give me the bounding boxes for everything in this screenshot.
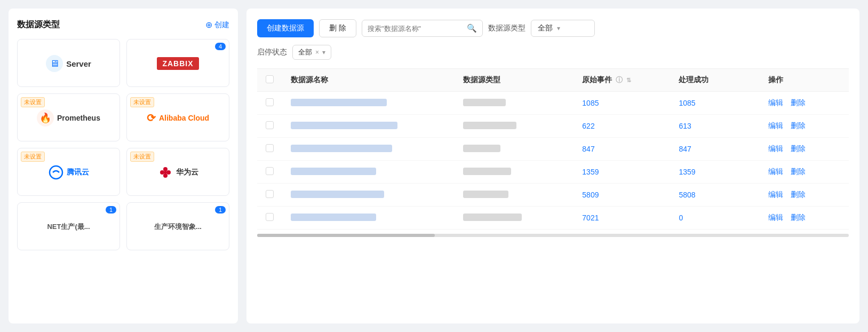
table-row: 847 847 编辑 删除 bbox=[257, 138, 849, 161]
zabbix-label: ZABBIX bbox=[157, 57, 198, 70]
card-tencent[interactable]: 未设置 腾讯云 bbox=[17, 148, 120, 196]
table-row: 1085 1085 编辑 删除 bbox=[257, 92, 849, 115]
row6-delete-button[interactable]: 删除 bbox=[791, 213, 806, 222]
type-select-value: 全部 bbox=[538, 23, 553, 33]
row2-delete-button[interactable]: 删除 bbox=[791, 121, 806, 130]
row4-name bbox=[291, 168, 376, 175]
row3-type bbox=[463, 145, 500, 152]
huawei-label: 华为云 bbox=[176, 168, 198, 177]
card-zabbix[interactable]: 4 ZABBIX bbox=[126, 39, 229, 87]
header-checkbox[interactable] bbox=[266, 75, 274, 83]
row1-checkbox[interactable] bbox=[266, 98, 274, 106]
row5-delete-button[interactable]: 删除 bbox=[791, 190, 806, 199]
horizontal-scrollbar[interactable] bbox=[257, 234, 849, 237]
type-label: 数据源类型 bbox=[488, 23, 525, 33]
prod-badge: 1 bbox=[215, 206, 226, 214]
zabbix-logo: ZABBIX bbox=[157, 54, 198, 73]
row3-delete-button[interactable]: 删除 bbox=[791, 144, 806, 153]
card-huawei[interactable]: 未设置 华为云 bbox=[126, 148, 229, 196]
table-wrap: 数据源名称 数据源类型 原始事件 ⓘ ⇅ 处理成功 bbox=[257, 68, 849, 239]
row1-type bbox=[463, 99, 506, 106]
row1-delete-button[interactable]: 删除 bbox=[791, 98, 806, 107]
row3-name bbox=[291, 145, 392, 152]
row5-events: 5809 bbox=[582, 191, 599, 199]
sort-icon[interactable]: ⇅ bbox=[626, 77, 631, 83]
svg-point-3 bbox=[163, 173, 168, 178]
search-icon: 🔍 bbox=[467, 23, 477, 33]
left-panel: 数据源类型 ⊕ 创建 🖥 Server 4 ZABBIX bbox=[9, 9, 238, 323]
filter-tag-close-icon[interactable]: × bbox=[315, 49, 319, 56]
card-alibaba[interactable]: 未设置 ⟳ Alibaba Cloud bbox=[126, 93, 229, 141]
row6-type bbox=[463, 214, 522, 221]
left-title: 数据源类型 bbox=[17, 19, 60, 30]
row3-events: 847 bbox=[582, 145, 594, 153]
row6-edit-button[interactable]: 编辑 bbox=[768, 213, 783, 222]
datasource-table: 数据源名称 数据源类型 原始事件 ⓘ ⇅ 处理成功 bbox=[257, 68, 849, 230]
row4-checkbox[interactable] bbox=[266, 167, 274, 175]
prometheus-logo: 🔥 Prometheus bbox=[37, 108, 100, 128]
row3-checkbox[interactable] bbox=[266, 144, 274, 152]
row6-checkbox[interactable] bbox=[266, 213, 274, 221]
filter-tag[interactable]: 全部 × ▾ bbox=[292, 45, 331, 60]
create-type-label: 创建 bbox=[214, 20, 229, 30]
server-logo: 🖥 Server bbox=[46, 54, 91, 73]
row2-name bbox=[291, 122, 397, 129]
net-badge: 1 bbox=[106, 206, 116, 214]
table-row: 7021 0 编辑 删除 bbox=[257, 207, 849, 230]
card-net[interactable]: 1 NET生产(最... bbox=[17, 202, 120, 250]
row5-type bbox=[463, 191, 508, 198]
prod-label: 生产环境智象... bbox=[154, 222, 202, 232]
create-datasource-button[interactable]: 创建数据源 bbox=[257, 19, 314, 37]
toolbar: 创建数据源 删 除 🔍 数据源类型 全部 ▾ bbox=[257, 19, 849, 37]
row2-edit-button[interactable]: 编辑 bbox=[768, 121, 783, 130]
row3-edit-button[interactable]: 编辑 bbox=[768, 144, 783, 153]
row5-success: 5808 bbox=[679, 191, 695, 199]
table-row: 1359 1359 编辑 删除 bbox=[257, 161, 849, 184]
prometheus-label: Prometheus bbox=[57, 114, 100, 122]
card-prometheus[interactable]: 未设置 🔥 Prometheus bbox=[17, 93, 120, 141]
row4-edit-button[interactable]: 编辑 bbox=[768, 167, 783, 176]
prometheus-icon: 🔥 bbox=[37, 109, 54, 127]
alibaba-logo: ⟳ Alibaba Cloud bbox=[147, 108, 209, 128]
left-header: 数据源类型 ⊕ 创建 bbox=[17, 19, 229, 30]
card-server[interactable]: 🖥 Server bbox=[17, 39, 120, 87]
row6-success: 0 bbox=[679, 214, 683, 222]
scrollbar-thumb[interactable] bbox=[257, 234, 435, 237]
table-header-row: 数据源名称 数据源类型 原始事件 ⓘ ⇅ 处理成功 bbox=[257, 69, 849, 92]
alibaba-unset-badge: 未设置 bbox=[130, 97, 154, 107]
huawei-logo: 华为云 bbox=[158, 163, 198, 182]
header-success: 处理成功 bbox=[670, 69, 759, 92]
row2-success: 613 bbox=[679, 122, 691, 130]
huawei-unset-badge: 未设置 bbox=[130, 152, 154, 162]
tencent-unset-badge: 未设置 bbox=[21, 152, 45, 162]
create-type-link[interactable]: ⊕ 创建 bbox=[205, 20, 229, 30]
row4-delete-button[interactable]: 删除 bbox=[791, 167, 806, 176]
header-events: 原始事件 ⓘ ⇅ bbox=[574, 69, 670, 92]
row1-name bbox=[291, 99, 387, 106]
search-input[interactable] bbox=[368, 25, 464, 33]
row4-type bbox=[463, 168, 511, 175]
type-select[interactable]: 全部 ▾ bbox=[531, 20, 595, 37]
filter-tag-value: 全部 bbox=[298, 48, 312, 57]
tencent-icon bbox=[49, 165, 63, 180]
card-prod[interactable]: 1 生产环境智象... bbox=[126, 202, 229, 250]
filter-dropdown-icon[interactable]: ▾ bbox=[322, 49, 325, 56]
svg-point-2 bbox=[166, 170, 171, 175]
row2-checkbox[interactable] bbox=[266, 121, 274, 129]
tencent-label: 腾讯云 bbox=[67, 168, 89, 177]
net-label: NET生产(最... bbox=[47, 222, 90, 232]
row5-edit-button[interactable]: 编辑 bbox=[768, 190, 783, 199]
row6-events: 7021 bbox=[582, 214, 599, 222]
header-checkbox-col bbox=[257, 69, 282, 92]
alibaba-label: Alibaba Cloud bbox=[159, 114, 209, 122]
row3-success: 847 bbox=[679, 145, 691, 153]
card-grid: 🖥 Server 4 ZABBIX 未设置 🔥 Prometheus bbox=[17, 39, 229, 250]
prometheus-unset-badge: 未设置 bbox=[21, 97, 45, 107]
huawei-flower-icon bbox=[158, 165, 173, 180]
header-action: 操作 bbox=[760, 69, 849, 92]
row5-checkbox[interactable] bbox=[266, 190, 274, 198]
row1-success: 1085 bbox=[679, 99, 695, 107]
delete-button[interactable]: 删 除 bbox=[319, 19, 356, 37]
row1-edit-button[interactable]: 编辑 bbox=[768, 98, 783, 107]
svg-point-5 bbox=[164, 171, 167, 174]
